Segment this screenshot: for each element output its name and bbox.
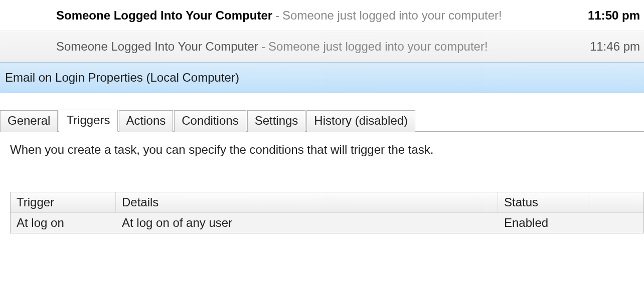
column-header-trigger[interactable]: Trigger — [11, 192, 116, 212]
email-preview: Someone just logged into your computer! — [282, 9, 502, 23]
tabstrip: General Triggers Actions Conditions Sett… — [0, 93, 644, 132]
email-preview: Someone just logged into your computer! — [268, 40, 488, 54]
tab-actions[interactable]: Actions — [119, 110, 174, 132]
dialog-titlebar: Email on Login Properties (Local Compute… — [0, 62, 644, 93]
triggers-description: When you create a task, you can specify … — [10, 143, 634, 157]
tab-triggers[interactable]: Triggers — [59, 110, 117, 132]
tab-settings[interactable]: Settings — [247, 110, 306, 132]
tab-conditions[interactable]: Conditions — [174, 110, 246, 132]
triggers-table[interactable]: Trigger Details Status At log on At log … — [10, 192, 644, 233]
dialog-title: Email on Login Properties (Local Compute… — [5, 71, 239, 84]
cell-status: Enabled — [498, 213, 588, 233]
cell-trigger: At log on — [11, 213, 116, 233]
cell-extra — [588, 220, 643, 226]
column-header-extra[interactable] — [588, 199, 643, 205]
column-header-details[interactable]: Details — [116, 192, 498, 212]
email-time: 11:46 pm — [581, 40, 640, 54]
email-time: 11:50 pm — [579, 9, 640, 23]
email-subject: Someone Logged Into Your Computer — [56, 9, 272, 23]
email-row[interactable]: Someone Logged Into Your Computer - Some… — [0, 31, 644, 62]
separator: - — [258, 40, 268, 54]
tab-history[interactable]: History (disabled) — [306, 110, 415, 132]
email-row[interactable]: Someone Logged Into Your Computer - Some… — [0, 0, 644, 31]
email-subject: Someone Logged Into Your Computer — [56, 40, 258, 54]
tab-general[interactable]: General — [0, 110, 58, 132]
cell-details: At log on of any user — [116, 213, 498, 233]
separator: - — [272, 9, 282, 23]
table-row[interactable]: At log on At log on of any user Enabled — [11, 213, 643, 233]
triggers-table-header[interactable]: Trigger Details Status — [11, 192, 643, 213]
triggers-panel: When you create a task, you can specify … — [0, 132, 644, 233]
column-header-status[interactable]: Status — [498, 192, 588, 212]
